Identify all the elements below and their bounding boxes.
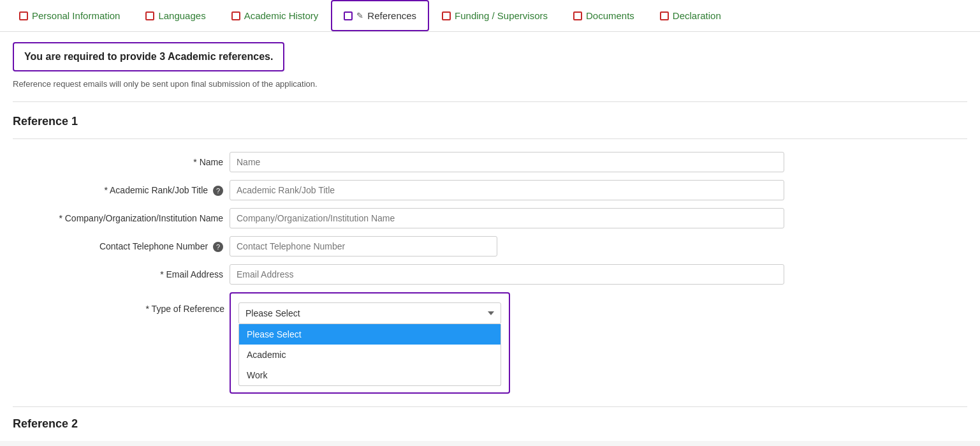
tab-label-declaration: Declaration <box>673 10 721 21</box>
rank-help-icon[interactable]: ? <box>213 186 223 196</box>
section-divider-3 <box>13 406 967 407</box>
tab-checkbox-funding-supervisors <box>442 11 451 20</box>
phone-help-icon[interactable]: ? <box>213 242 223 252</box>
phone-label: Contact Telephone Number ? <box>13 241 230 252</box>
type-of-reference-dropdown-box: * Type of Reference Please Select Academ… <box>230 292 510 394</box>
email-row: * Email Address <box>13 264 967 285</box>
tab-funding-supervisors[interactable]: Funding / Supervisors <box>429 0 560 31</box>
type-of-reference-container: * Type of Reference Please Select Academ… <box>13 292 967 394</box>
tab-label-languages: Languages <box>158 10 205 21</box>
rank-row: * Academic Rank/Job Title ? <box>13 180 967 200</box>
dropdown-item-please-select[interactable]: Please Select <box>239 324 501 345</box>
dropdown-item-work[interactable]: Work <box>239 365 501 385</box>
rank-input[interactable] <box>230 180 784 200</box>
edit-icon-references: ✎ <box>356 11 363 20</box>
reference2-title: Reference 2 <box>13 417 967 431</box>
tab-label-references: References <box>367 10 416 21</box>
tab-checkbox-personal-info <box>19 11 28 20</box>
email-label: * Email Address <box>13 269 230 279</box>
dropdown-list: Please Select Academic Work <box>238 324 501 386</box>
tab-label-academic-history: Academic History <box>244 10 319 21</box>
alert-box: You are required to provide 3 Academic r… <box>13 42 284 71</box>
email-input[interactable] <box>230 264 784 285</box>
phone-input[interactable] <box>230 236 497 256</box>
tab-label-documents: Documents <box>586 10 634 21</box>
type-of-reference-label: * Type of Reference <box>8 304 224 314</box>
tab-references[interactable]: ✎ References <box>331 0 429 31</box>
main-content: You are required to provide 3 Academic r… <box>0 32 980 441</box>
tab-documents[interactable]: Documents <box>560 0 647 31</box>
name-input[interactable] <box>230 152 784 172</box>
subtitle: Reference request emails will only be se… <box>13 79 967 89</box>
rank-label: * Academic Rank/Job Title ? <box>13 185 230 196</box>
phone-row: Contact Telephone Number ? <box>13 236 967 256</box>
type-of-reference-select[interactable]: Please Select Academic Work <box>238 302 501 324</box>
tab-label-funding-supervisors: Funding / Supervisors <box>455 10 548 21</box>
name-row: * Name <box>13 152 967 172</box>
company-row: * Company/Organization/Institution Name <box>13 208 967 228</box>
tab-checkbox-languages <box>145 11 154 20</box>
reference1-title: Reference 1 <box>13 115 967 128</box>
company-input[interactable] <box>230 208 784 228</box>
tab-label-personal-info: Personal Information <box>32 10 120 21</box>
tab-checkbox-documents <box>573 11 582 20</box>
tab-checkbox-declaration <box>660 11 669 20</box>
tab-declaration[interactable]: Declaration <box>647 0 734 31</box>
section-divider-1 <box>13 101 967 102</box>
section-divider-2 <box>13 138 967 139</box>
name-label: * Name <box>13 157 230 167</box>
nav-tabs: Personal Information Languages Academic … <box>0 0 980 32</box>
tab-personal-info[interactable]: Personal Information <box>6 0 133 31</box>
alert-text: You are required to provide 3 Academic r… <box>24 51 273 62</box>
tab-checkbox-references <box>344 11 353 20</box>
company-label: * Company/Organization/Institution Name <box>13 213 230 223</box>
tab-academic-history[interactable]: Academic History <box>219 0 332 31</box>
dropdown-item-academic[interactable]: Academic <box>239 345 501 365</box>
tab-languages[interactable]: Languages <box>133 0 218 31</box>
tab-checkbox-academic-history <box>231 11 240 20</box>
